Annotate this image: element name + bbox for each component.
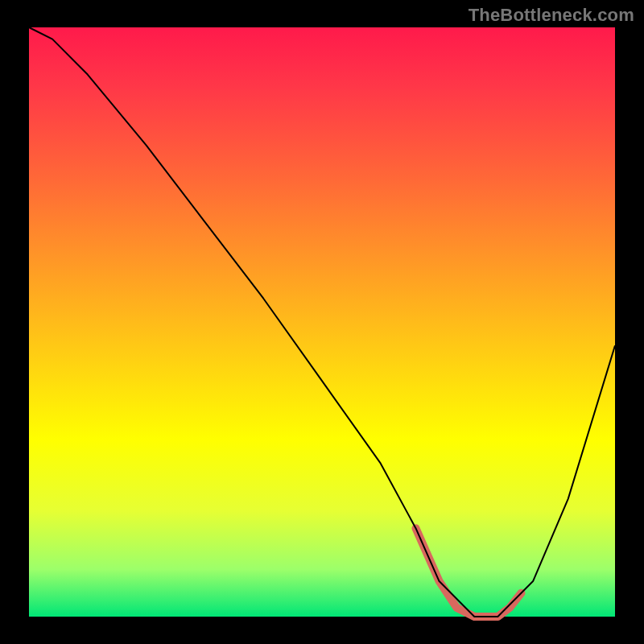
chart-container: TheBottleneck.com (0, 0, 644, 644)
bottleneck-chart (0, 0, 644, 644)
plot-background-gradient (29, 27, 615, 617)
watermark-text: TheBottleneck.com (469, 5, 634, 26)
